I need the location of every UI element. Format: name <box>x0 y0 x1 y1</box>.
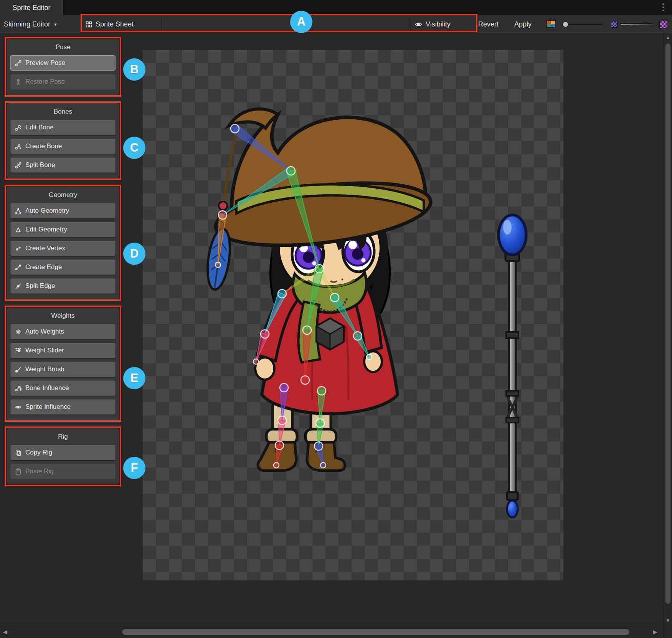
bone-joint <box>320 463 326 468</box>
tab-sprite-editor[interactable]: Sprite Editor <box>0 0 63 15</box>
bone-joint <box>301 376 309 384</box>
panel-title: Geometry <box>10 189 116 200</box>
apply-button[interactable]: Apply <box>514 15 532 33</box>
tab-bar: Sprite Editor ⋮ <box>0 0 672 15</box>
button-label: Weight Slider <box>25 347 64 354</box>
weight-slider-icon <box>15 347 22 354</box>
zoom-slider[interactable] <box>562 24 603 25</box>
horizontal-scroll-thumb[interactable] <box>122 629 629 635</box>
vertical-scroll-thumb[interactable] <box>665 43 670 604</box>
annotation-box-d: Geometry Auto Geometry Edit Geometry <box>5 185 121 301</box>
split-edge-button[interactable]: Split Edge <box>10 278 116 294</box>
bone-joint <box>317 387 326 395</box>
scroll-left-icon[interactable]: ◀ <box>3 629 7 635</box>
restore-pose-button[interactable]: Restore Pose <box>10 74 116 89</box>
copy-rig-icon <box>15 449 22 456</box>
annotation-box-f: Rig Copy Rig Paste Rig <box>5 426 121 486</box>
auto-geometry-icon <box>15 207 22 215</box>
preview-pose-button[interactable]: Preview Pose <box>10 55 116 71</box>
auto-geometry-button[interactable]: Auto Geometry <box>10 203 116 218</box>
create-bone-button[interactable]: Create Bone <box>10 139 116 154</box>
create-edge-button[interactable]: Create Edge <box>10 259 116 275</box>
annotation-circle-d: D <box>123 243 145 265</box>
create-bone-icon <box>15 143 22 150</box>
weight-brush-button[interactable]: Weight Brush <box>10 362 116 377</box>
revert-button[interactable]: Revert <box>478 15 499 33</box>
scroll-up-icon[interactable]: ▲ <box>665 35 670 40</box>
panel-title: Rig <box>10 431 116 441</box>
bone-joint <box>280 383 288 392</box>
toolbar-divider <box>410 18 410 30</box>
bone-joint <box>275 441 284 450</box>
button-label: Copy Rig <box>25 449 52 456</box>
annotation-letter: E <box>130 371 139 385</box>
button-label: Bone Influence <box>25 384 69 392</box>
sprite-sheet-button[interactable]: Sprite Sheet <box>85 15 134 33</box>
sprite-scene <box>143 50 563 580</box>
texture-icon[interactable] <box>611 21 618 28</box>
gradient-slider[interactable] <box>620 23 654 25</box>
bone-joint <box>278 416 286 425</box>
button-label: Preview Pose <box>25 59 65 67</box>
button-label: Auto Weights <box>25 328 64 336</box>
button-label: Auto Geometry <box>25 207 69 215</box>
create-vertex-icon <box>15 245 22 252</box>
split-bone-icon <box>15 162 22 169</box>
color-palette-icon[interactable] <box>547 15 556 33</box>
create-edge-icon <box>15 264 22 271</box>
bone-joint <box>215 262 221 268</box>
sprite-influence-button[interactable]: Sprite Influence <box>10 399 116 415</box>
button-label: Create Edge <box>25 263 62 271</box>
button-label: Restore Pose <box>25 78 65 86</box>
button-label: Create Vertex <box>25 245 65 252</box>
annotation-circle-b: B <box>123 58 145 81</box>
create-vertex-button[interactable]: Create Vertex <box>10 241 116 256</box>
tab-title: Sprite Editor <box>12 4 50 12</box>
scroll-down-icon[interactable]: ▼ <box>665 618 670 623</box>
bone-joint <box>330 293 339 302</box>
annotation-circle-c: C <box>123 137 145 159</box>
edit-bone-button[interactable]: Edit Bone <box>10 120 116 135</box>
character-sprite <box>204 109 434 471</box>
toolbar: Skinning Editor ▾ Sprite Sheet Visibilit… <box>0 15 672 33</box>
annotation-circle-f: F <box>123 457 145 479</box>
vertical-scrollbar[interactable]: ▲ ▼ <box>664 33 672 638</box>
weight-brush-icon <box>15 366 22 373</box>
bone-joint <box>261 330 269 338</box>
zoom-slider-knob[interactable] <box>563 21 568 27</box>
horizontal-scrollbar[interactable]: ◀ ▶ <box>0 626 664 638</box>
bone-joint <box>316 419 324 427</box>
annotation-letter: F <box>131 461 138 475</box>
chevron-down-icon: ▾ <box>54 21 57 27</box>
annotation-box-b: Pose Preview Pose Restore Pose <box>5 37 121 97</box>
panel-title: Pose <box>10 41 116 52</box>
split-bone-button[interactable]: Split Bone <box>10 157 116 173</box>
scroll-right-icon[interactable]: ▶ <box>653 629 657 635</box>
weight-slider-button[interactable]: Weight Slider <box>10 343 116 358</box>
bone-joint <box>353 332 362 340</box>
paste-rig-button[interactable]: Paste Rig <box>10 464 116 479</box>
rig-panel: Rig Copy Rig Paste Rig <box>6 428 120 485</box>
edit-geometry-button[interactable]: Edit Geometry <box>10 222 116 237</box>
bone-joint <box>218 211 227 219</box>
bone-joint <box>231 124 239 133</box>
auto-weights-button[interactable]: Auto Weights <box>10 324 116 339</box>
kebab-menu-icon[interactable]: ⋮ <box>658 2 668 12</box>
paste-rig-icon <box>15 468 22 475</box>
bone-influence-button[interactable]: Bone Influence <box>10 380 116 396</box>
copy-rig-button[interactable]: Copy Rig <box>10 445 116 460</box>
sprite-sheet-label: Sprite Sheet <box>96 20 134 28</box>
button-label: Edit Geometry <box>25 226 67 233</box>
restore-pose-icon <box>15 78 22 86</box>
mode-dropdown-label: Skinning Editor <box>4 20 50 28</box>
annotation-letter: D <box>130 247 139 261</box>
sprite-canvas[interactable] <box>143 50 563 580</box>
panel-title: Bones <box>10 106 116 116</box>
visibility-button[interactable]: Visibility <box>414 15 451 33</box>
mode-dropdown[interactable]: Skinning Editor ▾ <box>4 15 57 33</box>
button-label: Sprite Influence <box>25 403 71 411</box>
sprite-editor-window: Sprite Editor ⋮ Skinning Editor ▾ Sprite… <box>0 0 672 638</box>
mipmap-icon[interactable] <box>659 21 667 28</box>
button-label: Paste Rig <box>25 468 54 475</box>
annotation-letter: C <box>130 141 139 155</box>
